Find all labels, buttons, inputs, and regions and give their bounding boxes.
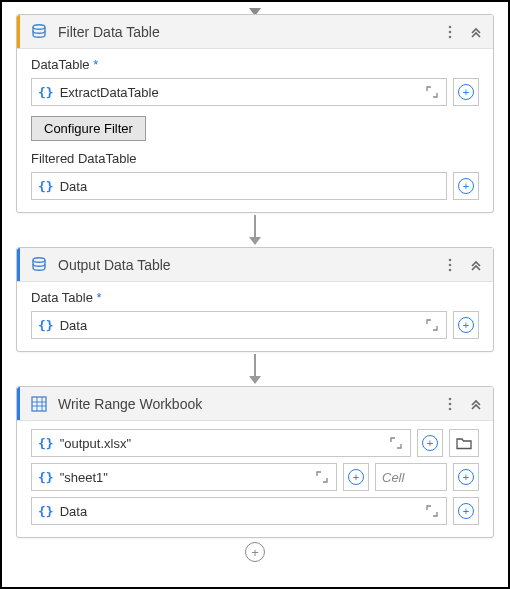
activity-output-data-table[interactable]: Output Data Table Data Table * {} Data: [16, 247, 494, 352]
collapse-icon[interactable]: [467, 23, 485, 41]
expand-editor-icon[interactable]: [424, 317, 440, 333]
activity-body: {} "output.xlsx" + {} "sheet1": [17, 421, 493, 537]
kebab-menu-icon[interactable]: [441, 395, 459, 413]
database-icon: [28, 254, 50, 276]
plus-circle-icon: +: [458, 317, 474, 333]
datatable-input[interactable]: {} Data: [31, 311, 447, 339]
plus-circle-icon: +: [245, 542, 265, 562]
activity-header[interactable]: Write Range Workbook: [17, 387, 493, 421]
braces-icon: {}: [38, 179, 54, 194]
accent-bar: [17, 387, 20, 420]
svg-point-0: [33, 24, 45, 28]
input-row-workbook: {} "output.xlsx" +: [31, 429, 479, 457]
add-activity-button[interactable]: +: [245, 542, 265, 562]
required-star: *: [97, 290, 102, 305]
svg-point-1: [449, 25, 452, 28]
activity-title: Output Data Table: [58, 257, 433, 273]
activity-title: Write Range Workbook: [58, 396, 433, 412]
svg-rect-8: [32, 397, 46, 411]
input-row-datatable: {} ExtractDataTable +: [31, 78, 479, 106]
braces-icon: {}: [38, 470, 54, 485]
expand-editor-icon[interactable]: [388, 435, 404, 451]
filtered-input[interactable]: {} Data: [31, 172, 447, 200]
browse-file-button[interactable]: [449, 429, 479, 457]
workflow-canvas: Filter Data Table DataTable * {} Extract…: [0, 0, 510, 589]
braces-icon: {}: [38, 436, 54, 451]
input-value: Data: [60, 504, 418, 519]
plus-button[interactable]: +: [453, 78, 479, 106]
range-data-input[interactable]: {} Data: [31, 497, 447, 525]
input-row-sheet-cell: {} "sheet1" + Cell +: [31, 463, 479, 491]
input-placeholder: Cell: [382, 470, 440, 485]
plus-button[interactable]: +: [417, 429, 443, 457]
expand-editor-icon[interactable]: [424, 503, 440, 519]
cell-input[interactable]: Cell: [375, 463, 447, 491]
input-row-datatable: {} Data +: [31, 311, 479, 339]
input-value: "output.xlsx": [60, 436, 382, 451]
svg-point-4: [33, 257, 45, 261]
collapse-icon[interactable]: [467, 395, 485, 413]
connector-arrow: [249, 215, 261, 245]
svg-point-13: [449, 397, 452, 400]
connector-arrow: [249, 354, 261, 384]
input-value: ExtractDataTable: [60, 85, 418, 100]
braces-icon: {}: [38, 504, 54, 519]
activity-filter-data-table[interactable]: Filter Data Table DataTable * {} Extract…: [16, 14, 494, 213]
kebab-menu-icon[interactable]: [441, 23, 459, 41]
braces-icon: {}: [38, 85, 54, 100]
plus-circle-icon: +: [348, 469, 364, 485]
plus-circle-icon: +: [422, 435, 438, 451]
plus-button[interactable]: +: [343, 463, 369, 491]
svg-point-15: [449, 407, 452, 410]
kebab-menu-icon[interactable]: [441, 256, 459, 274]
input-row-filtered: {} Data +: [31, 172, 479, 200]
field-label-filtered: Filtered DataTable: [31, 151, 479, 166]
datatable-input[interactable]: {} ExtractDataTable: [31, 78, 447, 106]
svg-point-5: [449, 258, 452, 261]
sheet-name-input[interactable]: {} "sheet1": [31, 463, 337, 491]
accent-bar: [17, 248, 20, 281]
label-text: Data Table: [31, 290, 93, 305]
required-star: *: [93, 57, 98, 72]
svg-point-2: [449, 30, 452, 33]
activity-header[interactable]: Output Data Table: [17, 248, 493, 282]
field-label-datatable: DataTable *: [31, 57, 479, 72]
svg-point-3: [449, 35, 452, 38]
field-label-datatable: Data Table *: [31, 290, 479, 305]
workbook-path-input[interactable]: {} "output.xlsx": [31, 429, 411, 457]
collapse-icon[interactable]: [467, 256, 485, 274]
activity-write-range-workbook[interactable]: Write Range Workbook {} "output.xlsx" +: [16, 386, 494, 538]
plus-button[interactable]: +: [453, 463, 479, 491]
activity-title: Filter Data Table: [58, 24, 433, 40]
input-value: Data: [60, 179, 440, 194]
svg-point-7: [449, 268, 452, 271]
svg-point-6: [449, 263, 452, 266]
label-text: DataTable: [31, 57, 90, 72]
svg-point-14: [449, 402, 452, 405]
plus-button[interactable]: +: [453, 497, 479, 525]
expand-editor-icon[interactable]: [424, 84, 440, 100]
spreadsheet-icon: [28, 393, 50, 415]
input-value: Data: [60, 318, 418, 333]
plus-circle-icon: +: [458, 503, 474, 519]
database-icon: [28, 21, 50, 43]
plus-circle-icon: +: [458, 178, 474, 194]
input-value: "sheet1": [60, 470, 308, 485]
expand-editor-icon[interactable]: [314, 469, 330, 485]
plus-button[interactable]: +: [453, 311, 479, 339]
activity-body: Data Table * {} Data +: [17, 282, 493, 351]
plus-button[interactable]: +: [453, 172, 479, 200]
plus-circle-icon: +: [458, 84, 474, 100]
braces-icon: {}: [38, 318, 54, 333]
activity-body: DataTable * {} ExtractDataTable + Config…: [17, 49, 493, 212]
folder-icon: [456, 436, 472, 450]
plus-circle-icon: +: [458, 469, 474, 485]
input-row-range: {} Data +: [31, 497, 479, 525]
activity-header[interactable]: Filter Data Table: [17, 15, 493, 49]
configure-filter-button[interactable]: Configure Filter: [31, 116, 146, 141]
accent-bar: [17, 15, 20, 48]
